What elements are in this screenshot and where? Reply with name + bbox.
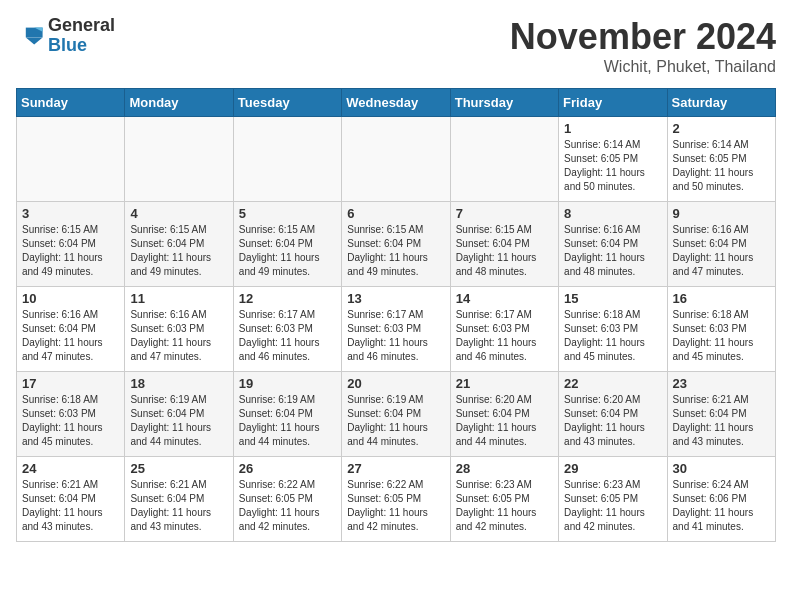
day-info: Sunrise: 6:19 AMSunset: 6:04 PMDaylight:… xyxy=(239,393,336,449)
day-info: Sunrise: 6:23 AMSunset: 6:05 PMDaylight:… xyxy=(564,478,661,534)
calendar-day-cell xyxy=(233,117,341,202)
day-info: Sunrise: 6:16 AMSunset: 6:04 PMDaylight:… xyxy=(564,223,661,279)
day-info: Sunrise: 6:19 AMSunset: 6:04 PMDaylight:… xyxy=(347,393,444,449)
calendar-day-cell: 1Sunrise: 6:14 AMSunset: 6:05 PMDaylight… xyxy=(559,117,667,202)
day-info: Sunrise: 6:16 AMSunset: 6:03 PMDaylight:… xyxy=(130,308,227,364)
calendar-day-cell: 27Sunrise: 6:22 AMSunset: 6:05 PMDayligh… xyxy=(342,457,450,542)
calendar-header-wednesday: Wednesday xyxy=(342,89,450,117)
day-info: Sunrise: 6:15 AMSunset: 6:04 PMDaylight:… xyxy=(347,223,444,279)
month-title: November 2024 xyxy=(510,16,776,58)
day-info: Sunrise: 6:15 AMSunset: 6:04 PMDaylight:… xyxy=(239,223,336,279)
day-info: Sunrise: 6:19 AMSunset: 6:04 PMDaylight:… xyxy=(130,393,227,449)
calendar-day-cell xyxy=(450,117,558,202)
calendar-day-cell: 12Sunrise: 6:17 AMSunset: 6:03 PMDayligh… xyxy=(233,287,341,372)
day-number: 5 xyxy=(239,206,336,221)
calendar-day-cell: 17Sunrise: 6:18 AMSunset: 6:03 PMDayligh… xyxy=(17,372,125,457)
day-number: 4 xyxy=(130,206,227,221)
logo-icon xyxy=(16,22,44,50)
calendar-day-cell: 2Sunrise: 6:14 AMSunset: 6:05 PMDaylight… xyxy=(667,117,775,202)
calendar-header-monday: Monday xyxy=(125,89,233,117)
calendar-day-cell: 28Sunrise: 6:23 AMSunset: 6:05 PMDayligh… xyxy=(450,457,558,542)
calendar-day-cell: 23Sunrise: 6:21 AMSunset: 6:04 PMDayligh… xyxy=(667,372,775,457)
day-number: 24 xyxy=(22,461,119,476)
calendar-day-cell xyxy=(342,117,450,202)
day-number: 7 xyxy=(456,206,553,221)
day-number: 11 xyxy=(130,291,227,306)
day-info: Sunrise: 6:17 AMSunset: 6:03 PMDaylight:… xyxy=(347,308,444,364)
calendar-week-row: 17Sunrise: 6:18 AMSunset: 6:03 PMDayligh… xyxy=(17,372,776,457)
day-info: Sunrise: 6:18 AMSunset: 6:03 PMDaylight:… xyxy=(673,308,770,364)
calendar-day-cell: 9Sunrise: 6:16 AMSunset: 6:04 PMDaylight… xyxy=(667,202,775,287)
day-info: Sunrise: 6:20 AMSunset: 6:04 PMDaylight:… xyxy=(564,393,661,449)
day-info: Sunrise: 6:16 AMSunset: 6:04 PMDaylight:… xyxy=(22,308,119,364)
day-number: 1 xyxy=(564,121,661,136)
calendar-header-tuesday: Tuesday xyxy=(233,89,341,117)
calendar-day-cell: 26Sunrise: 6:22 AMSunset: 6:05 PMDayligh… xyxy=(233,457,341,542)
day-info: Sunrise: 6:22 AMSunset: 6:05 PMDaylight:… xyxy=(347,478,444,534)
day-number: 27 xyxy=(347,461,444,476)
calendar-table: SundayMondayTuesdayWednesdayThursdayFrid… xyxy=(16,88,776,542)
calendar-day-cell: 5Sunrise: 6:15 AMSunset: 6:04 PMDaylight… xyxy=(233,202,341,287)
calendar-day-cell: 30Sunrise: 6:24 AMSunset: 6:06 PMDayligh… xyxy=(667,457,775,542)
day-number: 30 xyxy=(673,461,770,476)
day-number: 20 xyxy=(347,376,444,391)
day-number: 19 xyxy=(239,376,336,391)
svg-marker-1 xyxy=(26,37,43,44)
calendar-day-cell: 22Sunrise: 6:20 AMSunset: 6:04 PMDayligh… xyxy=(559,372,667,457)
logo-text: General Blue xyxy=(48,16,115,56)
day-number: 28 xyxy=(456,461,553,476)
calendar-day-cell: 16Sunrise: 6:18 AMSunset: 6:03 PMDayligh… xyxy=(667,287,775,372)
calendar-week-row: 10Sunrise: 6:16 AMSunset: 6:04 PMDayligh… xyxy=(17,287,776,372)
day-number: 15 xyxy=(564,291,661,306)
day-number: 18 xyxy=(130,376,227,391)
calendar-day-cell: 25Sunrise: 6:21 AMSunset: 6:04 PMDayligh… xyxy=(125,457,233,542)
day-number: 10 xyxy=(22,291,119,306)
calendar-day-cell: 7Sunrise: 6:15 AMSunset: 6:04 PMDaylight… xyxy=(450,202,558,287)
calendar-day-cell: 21Sunrise: 6:20 AMSunset: 6:04 PMDayligh… xyxy=(450,372,558,457)
day-number: 26 xyxy=(239,461,336,476)
location-title: Wichit, Phuket, Thailand xyxy=(510,58,776,76)
day-info: Sunrise: 6:20 AMSunset: 6:04 PMDaylight:… xyxy=(456,393,553,449)
day-info: Sunrise: 6:24 AMSunset: 6:06 PMDaylight:… xyxy=(673,478,770,534)
day-info: Sunrise: 6:15 AMSunset: 6:04 PMDaylight:… xyxy=(456,223,553,279)
day-number: 9 xyxy=(673,206,770,221)
calendar-day-cell: 6Sunrise: 6:15 AMSunset: 6:04 PMDaylight… xyxy=(342,202,450,287)
calendar-header-row: SundayMondayTuesdayWednesdayThursdayFrid… xyxy=(17,89,776,117)
day-number: 29 xyxy=(564,461,661,476)
title-block: November 2024 Wichit, Phuket, Thailand xyxy=(510,16,776,76)
logo-general: General xyxy=(48,16,115,36)
calendar-day-cell: 19Sunrise: 6:19 AMSunset: 6:04 PMDayligh… xyxy=(233,372,341,457)
day-number: 21 xyxy=(456,376,553,391)
calendar-day-cell: 11Sunrise: 6:16 AMSunset: 6:03 PMDayligh… xyxy=(125,287,233,372)
calendar-day-cell xyxy=(17,117,125,202)
day-info: Sunrise: 6:17 AMSunset: 6:03 PMDaylight:… xyxy=(239,308,336,364)
day-info: Sunrise: 6:14 AMSunset: 6:05 PMDaylight:… xyxy=(564,138,661,194)
calendar-day-cell: 13Sunrise: 6:17 AMSunset: 6:03 PMDayligh… xyxy=(342,287,450,372)
page-header: General Blue November 2024 Wichit, Phuke… xyxy=(16,16,776,76)
day-info: Sunrise: 6:23 AMSunset: 6:05 PMDaylight:… xyxy=(456,478,553,534)
day-number: 8 xyxy=(564,206,661,221)
day-info: Sunrise: 6:15 AMSunset: 6:04 PMDaylight:… xyxy=(22,223,119,279)
day-number: 17 xyxy=(22,376,119,391)
day-info: Sunrise: 6:14 AMSunset: 6:05 PMDaylight:… xyxy=(673,138,770,194)
day-number: 16 xyxy=(673,291,770,306)
day-number: 12 xyxy=(239,291,336,306)
calendar-week-row: 24Sunrise: 6:21 AMSunset: 6:04 PMDayligh… xyxy=(17,457,776,542)
calendar-day-cell: 8Sunrise: 6:16 AMSunset: 6:04 PMDaylight… xyxy=(559,202,667,287)
calendar-week-row: 1Sunrise: 6:14 AMSunset: 6:05 PMDaylight… xyxy=(17,117,776,202)
day-info: Sunrise: 6:21 AMSunset: 6:04 PMDaylight:… xyxy=(673,393,770,449)
day-number: 2 xyxy=(673,121,770,136)
logo: General Blue xyxy=(16,16,115,56)
day-number: 6 xyxy=(347,206,444,221)
day-number: 13 xyxy=(347,291,444,306)
calendar-week-row: 3Sunrise: 6:15 AMSunset: 6:04 PMDaylight… xyxy=(17,202,776,287)
day-info: Sunrise: 6:18 AMSunset: 6:03 PMDaylight:… xyxy=(22,393,119,449)
calendar-header-sunday: Sunday xyxy=(17,89,125,117)
day-info: Sunrise: 6:17 AMSunset: 6:03 PMDaylight:… xyxy=(456,308,553,364)
calendar-day-cell: 29Sunrise: 6:23 AMSunset: 6:05 PMDayligh… xyxy=(559,457,667,542)
day-info: Sunrise: 6:21 AMSunset: 6:04 PMDaylight:… xyxy=(130,478,227,534)
calendar-day-cell: 18Sunrise: 6:19 AMSunset: 6:04 PMDayligh… xyxy=(125,372,233,457)
calendar-day-cell: 15Sunrise: 6:18 AMSunset: 6:03 PMDayligh… xyxy=(559,287,667,372)
day-number: 23 xyxy=(673,376,770,391)
calendar-day-cell: 3Sunrise: 6:15 AMSunset: 6:04 PMDaylight… xyxy=(17,202,125,287)
